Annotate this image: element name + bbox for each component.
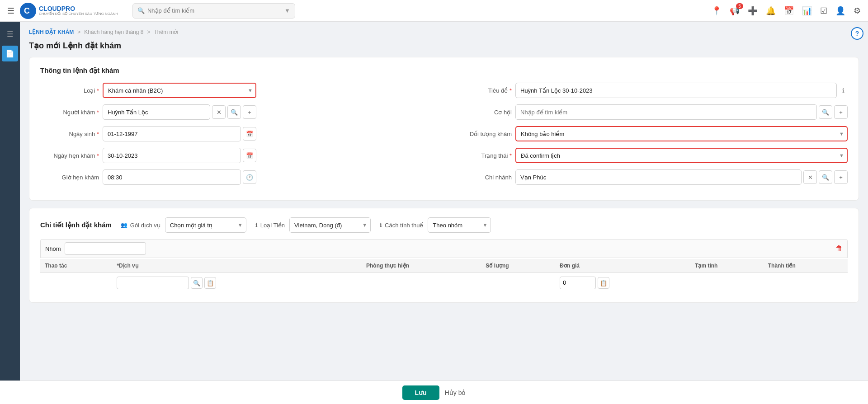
trang-thai-row: Trạng thái * Đã confirm lịch ▼	[453, 148, 848, 163]
bottom-bar: Lưu Hủy bỏ	[0, 381, 868, 404]
gio-hen-label: Giờ hẹn khám	[40, 174, 99, 181]
nhom-label: Nhóm	[45, 245, 61, 252]
don-gia-input[interactable]	[560, 277, 596, 289]
delete-row-btn[interactable]: 🗑	[835, 244, 843, 253]
row-thanh-tien	[764, 273, 848, 293]
loai-tien-label: Loại Tiền	[260, 222, 285, 229]
page-title: Tạo mới Lệnh đặt khám	[29, 41, 859, 51]
form-left: Loại * Khám cá nhân (B2C) ▼ Người khám *	[40, 83, 435, 191]
ngay-sinh-input[interactable]	[103, 126, 241, 141]
search-bar[interactable]: 🔍 ▼	[132, 3, 295, 19]
notification-icon[interactable]: 📢 5	[730, 6, 740, 16]
row-tam-tinh	[690, 273, 764, 293]
ngay-hen-input[interactable]	[103, 148, 241, 163]
chitiet-card: Chi tiết lệnh đặt khám 👥 Gói dịch vụ Chọ…	[29, 208, 859, 303]
chart-icon[interactable]: 📊	[802, 6, 812, 16]
calendar-icon[interactable]: 📅	[784, 6, 794, 16]
logo-text-block: CLOUDPRO CHUYỂN ĐỔI SỐ CHUYÊN SÂU TỪNG N…	[39, 5, 118, 16]
ngay-sinh-calendar[interactable]: 📅	[243, 127, 256, 141]
chi-nhanh-add[interactable]: +	[834, 170, 848, 184]
search-icon: 🔍	[137, 7, 145, 14]
location-icon[interactable]: 📍	[712, 6, 722, 16]
dich-vu-search[interactable]: 🔍	[191, 277, 203, 289]
col-thanh-tien: Thành tiền	[764, 259, 848, 273]
hamburger-menu[interactable]: ☰	[7, 6, 14, 16]
bell-icon[interactable]: 🔔	[766, 6, 776, 16]
co-hoi-group: 🔍 +	[515, 104, 848, 120]
col-don-gia: Đơn giá	[555, 259, 690, 273]
nhom-row: Nhóm 🗑	[40, 239, 848, 258]
user-icon[interactable]: 👤	[835, 6, 845, 16]
co-hoi-add[interactable]: +	[834, 105, 848, 119]
loai-tien-select[interactable]: Vietnam, Dong (đ)	[289, 217, 371, 233]
loai-tien-group: ℹ Loại Tiền Vietnam, Dong (đ) ▼	[255, 217, 371, 233]
trang-thai-select-wrapper[interactable]: Đã confirm lịch ▼	[515, 148, 848, 163]
search-input[interactable]	[147, 7, 282, 14]
chi-nhanh-input[interactable]	[515, 169, 802, 185]
nguoi-kham-group: ✕ 🔍 +	[103, 104, 256, 120]
sidebar: ☰ 📄	[0, 22, 20, 404]
save-button[interactable]: Lưu	[402, 385, 439, 400]
nhom-input[interactable]	[65, 242, 146, 255]
search-dropdown-arrow[interactable]: ▼	[284, 7, 290, 14]
tieu-de-info[interactable]: ℹ	[839, 84, 848, 97]
goi-dv-icon: 👥	[121, 222, 127, 228]
ngay-hen-group: 📅	[103, 148, 256, 163]
co-hoi-search[interactable]: 🔍	[819, 105, 832, 119]
gio-hen-input[interactable]	[103, 169, 241, 185]
top-nav: ☰ C CLOUDPRO CHUYỂN ĐỔI SỐ CHUYÊN SÂU TỪ…	[0, 0, 868, 22]
form-grid: Loại * Khám cá nhân (B2C) ▼ Người khám *	[40, 83, 848, 191]
ngay-hen-calendar[interactable]: 📅	[243, 149, 256, 162]
nguoi-kham-input[interactable]	[103, 104, 210, 120]
chi-nhanh-label: Chi nhánh	[453, 174, 512, 181]
loai-select-wrapper[interactable]: Khám cá nhân (B2C) ▼	[103, 83, 256, 98]
loai-tien-select-wrapper[interactable]: Vietnam, Dong (đ) ▼	[289, 217, 371, 233]
breadcrumb-root[interactable]: LỆNH ĐẶT KHÁM	[29, 29, 74, 35]
goi-dv-group: 👥 Gói dịch vụ Chọn một giá trị ▼	[121, 217, 246, 233]
goi-dv-select-wrapper[interactable]: Chọn một giá trị ▼	[165, 217, 246, 233]
sidebar-item-menu[interactable]: ☰	[3, 26, 17, 42]
don-gia-list[interactable]: 📋	[598, 277, 609, 289]
breadcrumb: LỆNH ĐẶT KHÁM > Khách hàng hẹn tháng 8 >…	[29, 29, 859, 35]
cach-tinh-icon: ℹ	[380, 222, 382, 228]
chi-nhanh-group: ✕ 🔍 +	[515, 169, 848, 185]
tieu-de-input[interactable]	[515, 83, 837, 98]
chi-nhanh-clear[interactable]: ✕	[803, 170, 817, 184]
form-right: Tiêu đề * ℹ Cơ hội 🔍 +	[453, 83, 848, 191]
breadcrumb-level2: Khách hàng hẹn tháng 8	[84, 29, 143, 35]
sidebar-item-document[interactable]: 📄	[2, 46, 18, 61]
help-icon[interactable]: ?	[851, 27, 863, 40]
co-hoi-input[interactable]	[515, 104, 817, 120]
main-content: LỆNH ĐẶT KHÁM > Khách hàng hẹn tháng 8 >…	[20, 22, 868, 404]
col-dich-vu: *Dịch vụ	[112, 259, 362, 273]
logo-tagline: CHUYỂN ĐỔI SỐ CHUYÊN SÂU TỪNG NGÀNH	[39, 12, 118, 16]
breadcrumb-sep2: >	[147, 29, 150, 35]
chi-nhanh-search[interactable]: 🔍	[819, 170, 832, 184]
cach-tinh-group: ℹ Cách tính thuế Theo nhóm ▼	[380, 217, 491, 233]
gio-hen-row: Giờ hẹn khám 🕐	[40, 169, 435, 185]
tieu-de-label: Tiêu đề *	[453, 87, 512, 94]
add-icon[interactable]: ➕	[748, 6, 758, 16]
loai-label: Loại *	[40, 87, 99, 94]
loai-select[interactable]: Khám cá nhân (B2C)	[103, 83, 256, 98]
doi-tuong-select-wrapper[interactable]: Không bảo hiểm ▼	[515, 126, 848, 141]
nguoi-kham-search[interactable]: 🔍	[227, 105, 241, 119]
doi-tuong-select[interactable]: Không bảo hiểm	[515, 126, 848, 141]
settings-icon[interactable]: ⚙	[854, 6, 861, 16]
thong-tin-card: Thông tin lệnh đặt khám Loại * Khám cá n…	[29, 57, 859, 201]
cach-tinh-select-wrapper[interactable]: Theo nhóm ▼	[428, 217, 491, 233]
trang-thai-select[interactable]: Đã confirm lịch	[515, 148, 848, 163]
cancel-button[interactable]: Hủy bỏ	[445, 389, 466, 396]
checkbox-icon[interactable]: ☑	[820, 6, 827, 16]
dich-vu-add[interactable]: 📋	[204, 277, 216, 289]
gio-hen-clock[interactable]: 🕐	[243, 170, 256, 184]
ngay-hen-label: Ngày hẹn khám *	[40, 152, 99, 159]
nguoi-kham-add[interactable]: +	[243, 105, 256, 119]
logo-icon: C	[20, 3, 36, 19]
goi-dv-select[interactable]: Chọn một giá trị	[165, 217, 246, 233]
dich-vu-input[interactable]	[117, 277, 189, 289]
nguoi-kham-clear[interactable]: ✕	[212, 105, 226, 119]
goi-dv-label: Gói dịch vụ	[130, 222, 160, 229]
cach-tinh-select[interactable]: Theo nhóm	[428, 217, 491, 233]
nguoi-kham-label: Người khám *	[40, 109, 99, 116]
